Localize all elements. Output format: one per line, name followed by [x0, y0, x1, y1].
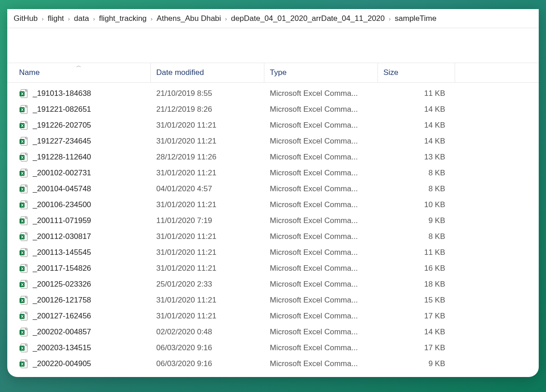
file-type-cell: Microsoft Excel Comma...: [264, 264, 378, 273]
file-type-cell: Microsoft Excel Comma...: [264, 280, 378, 289]
header-type[interactable]: Type: [264, 63, 378, 82]
chevron-right-icon: ›: [225, 16, 227, 22]
file-name-text: _200202-004857: [33, 327, 91, 337]
chevron-right-icon: ›: [389, 16, 391, 22]
file-type-cell: Microsoft Excel Comma...: [264, 296, 378, 305]
file-size-cell: 8 KB: [378, 169, 455, 178]
chevron-right-icon: ›: [42, 16, 44, 22]
file-name-text: _200220-004905: [33, 359, 91, 368]
chevron-right-icon: ›: [68, 16, 70, 22]
file-type-cell: Microsoft Excel Comma...: [264, 216, 378, 225]
breadcrumb[interactable]: GitHub›flight›data›flight_tracking›Athen…: [7, 9, 539, 28]
breadcrumb-item[interactable]: Athens_Abu Dhabi: [157, 14, 221, 23]
file-date-cell: 28/12/2019 11:26: [151, 153, 264, 162]
excel-file-icon: [19, 280, 28, 289]
breadcrumb-item[interactable]: depDate_04_01_2020_arrDate_04_11_2020: [231, 14, 385, 23]
file-row[interactable]: _200220-00490506/03/2020 9:16Microsoft E…: [7, 356, 539, 372]
file-row[interactable]: _191227-23464531/01/2020 11:21Microsoft …: [7, 133, 539, 149]
file-date-cell: 31/01/2020 11:21: [151, 121, 264, 130]
header-type-label: Type: [270, 68, 287, 77]
file-name-text: _200125-023326: [33, 280, 91, 289]
file-row[interactable]: _200202-00485702/02/2020 0:48Microsoft E…: [7, 324, 539, 340]
file-type-cell: Microsoft Excel Comma...: [264, 200, 378, 209]
breadcrumb-item[interactable]: sampleTime: [395, 14, 437, 23]
file-size-cell: 13 KB: [378, 153, 455, 162]
file-date-cell: 31/01/2020 11:21: [151, 169, 264, 178]
file-row[interactable]: _200127-16245631/01/2020 11:21Microsoft …: [7, 308, 539, 324]
file-size-cell: 9 KB: [378, 216, 455, 225]
header-size[interactable]: Size: [378, 63, 455, 82]
file-name-text: _200106-234500: [33, 200, 91, 209]
file-type-cell: Microsoft Excel Comma...: [264, 232, 378, 241]
file-date-cell: 11/01/2020 7:19: [151, 216, 264, 225]
file-name-cell: _200104-045748: [7, 184, 151, 194]
file-name-cell: _200113-145545: [7, 248, 151, 257]
file-row[interactable]: _200102-00273131/01/2020 11:21Microsoft …: [7, 165, 539, 181]
file-name-text: _200117-154826: [33, 264, 91, 273]
breadcrumb-item[interactable]: GitHub: [14, 14, 38, 23]
file-name-cell: _200111-071959: [7, 216, 151, 225]
file-row[interactable]: _200112-03081731/01/2020 11:21Microsoft …: [7, 228, 539, 244]
chevron-right-icon: ›: [93, 16, 95, 22]
excel-file-icon: [19, 200, 28, 209]
file-name-text: _200126-121758: [33, 296, 91, 305]
file-name-text: _200111-071959: [33, 216, 91, 225]
excel-file-icon: [19, 105, 28, 114]
file-row[interactable]: _200125-02332625/01/2020 2:33Microsoft E…: [7, 276, 539, 292]
file-row[interactable]: _200113-14554531/01/2020 11:21Microsoft …: [7, 244, 539, 260]
file-date-cell: 31/01/2020 11:21: [151, 296, 264, 305]
file-date-cell: 21/12/2019 8:26: [151, 105, 264, 114]
breadcrumb-item[interactable]: flight_tracking: [99, 14, 147, 23]
file-name-cell: _191221-082651: [7, 105, 151, 114]
file-type-cell: Microsoft Excel Comma...: [264, 248, 378, 257]
file-type-cell: Microsoft Excel Comma...: [264, 105, 378, 114]
file-name-cell: _200106-234500: [7, 200, 151, 209]
file-date-cell: 06/03/2020 9:16: [151, 343, 264, 352]
excel-file-icon: [19, 169, 28, 178]
file-size-cell: 17 KB: [378, 312, 455, 321]
file-name-cell: _191226-202705: [7, 121, 151, 130]
file-row[interactable]: _191013-18463821/10/2019 8:55Microsoft E…: [7, 85, 539, 101]
file-row[interactable]: _200104-04574804/01/2020 4:57Microsoft E…: [7, 181, 539, 197]
excel-file-icon: [19, 232, 28, 241]
file-date-cell: 31/01/2020 11:21: [151, 232, 264, 241]
file-row[interactable]: _200106-23450031/01/2020 11:21Microsoft …: [7, 197, 539, 213]
file-name-cell: _200220-004905: [7, 359, 151, 368]
header-name[interactable]: ︿ Name: [7, 63, 151, 82]
file-size-cell: 11 KB: [378, 248, 455, 257]
file-type-cell: Microsoft Excel Comma...: [264, 359, 378, 368]
breadcrumb-item[interactable]: flight: [48, 14, 64, 23]
file-type-cell: Microsoft Excel Comma...: [264, 137, 378, 146]
file-type-cell: Microsoft Excel Comma...: [264, 184, 378, 194]
chevron-right-icon: ›: [151, 16, 153, 22]
file-row[interactable]: _191228-11264028/12/2019 11:26Microsoft …: [7, 149, 539, 165]
header-date-modified[interactable]: Date modified: [151, 63, 264, 82]
breadcrumb-item[interactable]: data: [74, 14, 89, 23]
file-size-cell: 18 KB: [378, 280, 455, 289]
file-row[interactable]: _200126-12175831/01/2020 11:21Microsoft …: [7, 292, 539, 308]
file-size-cell: 14 KB: [378, 121, 455, 130]
file-type-cell: Microsoft Excel Comma...: [264, 121, 378, 130]
file-row[interactable]: _200117-15482631/01/2020 11:21Microsoft …: [7, 260, 539, 276]
file-name-cell: _191227-234645: [7, 137, 151, 146]
file-row[interactable]: _200111-07195911/01/2020 7:19Microsoft E…: [7, 213, 539, 228]
file-size-cell: 14 KB: [378, 137, 455, 146]
file-type-cell: Microsoft Excel Comma...: [264, 153, 378, 162]
file-row[interactable]: _191226-20270531/01/2020 11:21Microsoft …: [7, 117, 539, 133]
file-list: _191013-18463821/10/2019 8:55Microsoft E…: [7, 83, 539, 372]
header-size-label: Size: [383, 68, 398, 77]
file-date-cell: 31/01/2020 11:21: [151, 137, 264, 146]
excel-file-icon: [19, 248, 28, 257]
file-name-cell: _200203-134515: [7, 343, 151, 352]
file-row[interactable]: _200203-13451506/03/2020 9:16Microsoft E…: [7, 340, 539, 356]
file-size-cell: 14 KB: [378, 327, 455, 337]
file-name-text: _200104-045748: [33, 184, 91, 194]
sort-asc-icon: ︿: [76, 62, 81, 69]
file-name-cell: _200127-162456: [7, 312, 151, 321]
file-type-cell: Microsoft Excel Comma...: [264, 312, 378, 321]
file-name-text: _200203-134515: [33, 343, 91, 352]
excel-file-icon: [19, 296, 28, 305]
file-date-cell: 31/01/2020 11:21: [151, 264, 264, 273]
file-row[interactable]: _191221-08265121/12/2019 8:26Microsoft E…: [7, 101, 539, 117]
file-name-cell: _200202-004857: [7, 327, 151, 337]
